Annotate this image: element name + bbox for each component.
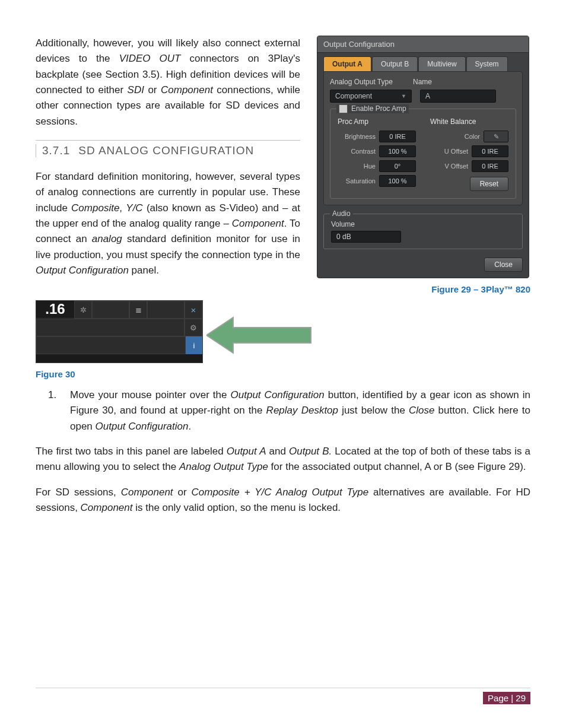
sd-analog-paragraph: For standard definition monitoring, howe… [36, 169, 300, 278]
close-icon: × [185, 301, 202, 319]
white-balance-heading: White Balance [430, 117, 508, 126]
section-heading: 3.7.1SD ANALOG CONFIGURATION [36, 140, 300, 157]
sessions-paragraph: For SD sessions, Component or Composite … [36, 485, 530, 516]
gear-icon-small: ✲ [74, 301, 92, 319]
proc-amp-group: Enable Proc Amp Proc Amp Brightness0 IRE… [330, 109, 516, 199]
instruction-list: Move your mouse pointer over the Output … [59, 387, 530, 434]
u-offset-field[interactable]: 0 IRE [472, 145, 508, 157]
color-picker[interactable]: ✎ [484, 131, 508, 142]
reset-button[interactable]: Reset [470, 177, 508, 191]
audio-group: Audio Volume 0 dB [323, 214, 523, 249]
gear-icon: ⚙ [185, 319, 202, 336]
info-icon: i [186, 336, 202, 354]
section-title: SD ANALOG CONFIGURATION [78, 144, 254, 157]
v-offset-field[interactable]: 0 IRE [472, 160, 508, 172]
saturation-field[interactable]: 100 % [379, 175, 416, 187]
figure-30-caption: Figure 30 [36, 369, 530, 379]
analog-output-type-select[interactable]: Component ▼ [330, 90, 412, 103]
tab-output-b[interactable]: Output B [372, 56, 418, 71]
tab-output-a[interactable]: Output A [323, 56, 371, 71]
tab-multiview[interactable]: Multiview [418, 56, 465, 71]
name-field[interactable]: A [420, 90, 496, 103]
list-icon: ≣ [129, 301, 147, 319]
brightness-field[interactable]: 0 IRE [379, 131, 416, 142]
intro-paragraph: Additionally, however, you will likely a… [36, 36, 300, 129]
volume-field[interactable]: 0 dB [331, 231, 401, 243]
panel-title: Output Configuration [317, 36, 529, 53]
tabs-paragraph: The first two tabs in this panel are lab… [36, 444, 530, 475]
enable-proc-amp-checkbox[interactable] [339, 104, 348, 113]
chevron-down-icon: ▼ [401, 90, 406, 102]
analog-output-type-label: Analog Output Type [330, 78, 413, 86]
svg-marker-0 [206, 317, 311, 353]
tab-system[interactable]: System [466, 56, 508, 71]
page-number: Page | 29 [483, 692, 530, 704]
volume-label: Volume [331, 220, 515, 228]
contrast-field[interactable]: 100 % [379, 145, 416, 157]
close-button[interactable]: Close [484, 257, 523, 272]
callout-arrow-icon [206, 314, 313, 356]
gear-button-screenshot: .16 ✲ ≣ × ⚙ i [36, 300, 203, 363]
list-item: Move your mouse pointer over the Output … [59, 387, 530, 434]
figure-29-caption: Figure 29 – 3Play™ 820 [317, 284, 530, 294]
page-footer: Page | 29 [36, 688, 530, 704]
eyedropper-icon: ✎ [494, 133, 499, 141]
proc-amp-heading: Proc Amp [338, 117, 416, 126]
output-configuration-panel: Output Configuration Output A Output B M… [317, 36, 529, 278]
panel-tabs: Output A Output B Multiview System [323, 56, 523, 71]
section-number: 3.7.1 [42, 144, 70, 157]
clip-time: .16 [36, 301, 74, 317]
name-label: Name [413, 78, 432, 86]
hue-field[interactable]: 0° [379, 160, 416, 172]
